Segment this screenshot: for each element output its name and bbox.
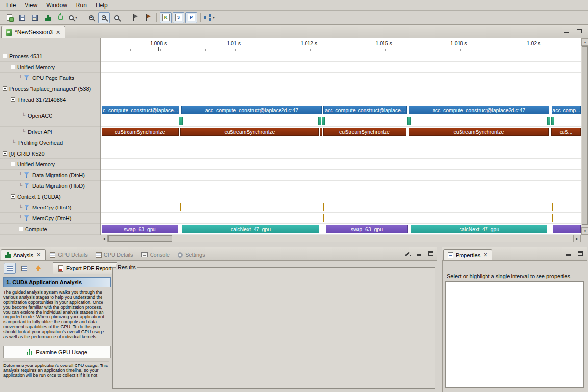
filter-icon[interactable]: [24, 215, 29, 221]
tree-row-data-migration-htod[interactable]: └Data Migration (HtoD): [0, 181, 100, 191]
timeline-canvas[interactable]: c_compute_construct@laplace...acc_comput…: [101, 51, 581, 235]
interval-cus[interactable]: cuS...: [551, 128, 581, 136]
tree-row-unified-memory-gpu[interactable]: Unified Memory: [0, 159, 100, 170]
interval-marker[interactable]: [322, 117, 325, 125]
collapse-icon[interactable]: [11, 65, 15, 69]
kernel-toggle-button[interactable]: K: [160, 12, 172, 23]
stream-toggle-button[interactable]: S: [173, 12, 184, 23]
horizontal-scroll-thumb[interactable]: [108, 235, 172, 242]
save-all-button[interactable]: [29, 12, 41, 23]
minimize-button[interactable]: [415, 250, 423, 257]
close-icon[interactable]: ✕: [483, 252, 488, 258]
interval-marker[interactable]: [551, 117, 554, 125]
export-pdf-button[interactable]: Export PDF Report: [53, 262, 117, 274]
collapse-icon[interactable]: [19, 227, 23, 231]
tree-row-data-migration-dtoh[interactable]: └Data Migration (DtoH): [0, 170, 100, 181]
maximize-button[interactable]: [427, 250, 435, 257]
interval-acc-compute-construct-laplace[interactable]: acc_compute_construct@laplace...: [323, 106, 406, 114]
interval-compute[interactable]: [553, 225, 581, 233]
interval-acc-compute-construct-laplace2d-c-47[interactable]: acc_compute_construct@laplace2d.c:47: [409, 106, 550, 114]
scroll-down-button[interactable]: ▼: [581, 227, 588, 235]
back-to-parent-button[interactable]: [32, 263, 44, 274]
scroll-right-button[interactable]: ▶: [573, 235, 581, 242]
tab-analysis[interactable]: Analysis ✕: [1, 249, 46, 260]
collapse-icon[interactable]: [11, 194, 15, 199]
interval-custreamsynchronize[interactable]: cuStreamSynchronize: [180, 128, 319, 136]
minimize-button[interactable]: [564, 250, 572, 257]
collapse-icon[interactable]: [3, 151, 7, 156]
scroll-left-button[interactable]: ◀: [101, 235, 108, 242]
process-toggle-button[interactable]: P: [185, 12, 197, 23]
interval-custreamsynchronize[interactable]: cuStreamSynchronize: [102, 128, 179, 136]
close-icon[interactable]: ✕: [36, 252, 41, 258]
reset-button[interactable]: [54, 12, 66, 23]
interval-driver-api[interactable]: [320, 128, 322, 136]
horizontal-scrollbar[interactable]: ◀ ▶: [101, 235, 581, 242]
close-icon[interactable]: ✕: [55, 29, 61, 36]
unguided-analysis-button[interactable]: [18, 263, 30, 274]
scroll-up-button[interactable]: ▲: [581, 38, 588, 46]
memcpy-interval[interactable]: [552, 214, 553, 222]
tree-row-compute[interactable]: Compute: [0, 224, 100, 235]
interval-marker[interactable]: [407, 117, 411, 125]
vertical-sash[interactable]: [437, 247, 442, 392]
timeline-ruler[interactable]: 1.008 s1.01 s1.012 s1.015 s1.018 s1.02 s: [101, 38, 581, 51]
session-tab[interactable]: *NewSession3 ✕: [1, 26, 65, 38]
examine-gpu-usage-button[interactable]: Examine GPU Usage: [3, 346, 111, 358]
tree-row-cpu-page-faults[interactable]: └CPU Page Faults: [0, 73, 100, 83]
menu-view[interactable]: View: [20, 0, 42, 10]
tree-row-memcpy-dtoh[interactable]: └MemCpy (DtoH): [0, 213, 100, 224]
tree-row-memcpy-htod[interactable]: └MemCpy (HtoD): [0, 202, 100, 213]
collapse-icon[interactable]: [3, 86, 7, 91]
interval-swap-63-gpu[interactable]: swap_63_gpu: [102, 225, 178, 233]
filter-icon[interactable]: [24, 172, 29, 178]
interval-calcnext-47-gpu[interactable]: calcNext_47_gpu: [182, 225, 319, 233]
tab-settings[interactable]: Settings: [174, 249, 209, 260]
interval-custreamsynchronize[interactable]: cuStreamSynchronize: [323, 128, 406, 136]
interval-acc-comp[interactable]: acc_comp...: [552, 106, 581, 114]
tree-row-unified-memory-host[interactable]: Unified Memory: [0, 62, 100, 73]
tab-cpu-details[interactable]: CPU Details: [92, 249, 137, 260]
interval-marker[interactable]: [179, 117, 183, 125]
memcpy-interval[interactable]: [323, 203, 324, 211]
interval-swap-63-gpu[interactable]: swap_63_gpu: [326, 225, 407, 233]
tree-row-grid-k520[interactable]: [0] GRID K520: [0, 148, 100, 159]
filter-icon[interactable]: [24, 183, 29, 188]
collapse-icon[interactable]: [11, 162, 15, 166]
interval-acc-compute-construct-laplace2d-c-47[interactable]: acc_compute_construct@laplace2d.c:47: [181, 106, 322, 114]
zoom-out-button[interactable]: −: [98, 12, 110, 23]
interval-marker[interactable]: [547, 117, 550, 125]
memcpy-interval[interactable]: [323, 214, 324, 222]
next-range-button[interactable]: [129, 12, 141, 23]
tree-row-driver-api[interactable]: └Driver API: [0, 127, 100, 137]
collapse-icon[interactable]: [3, 54, 7, 58]
interval-calcnext-47-gpu[interactable]: calcNext_47_gpu: [411, 225, 547, 233]
tab-console[interactable]: Console: [137, 249, 174, 260]
filter-icon[interactable]: [24, 205, 29, 210]
analysis-mode-button[interactable]: ▼: [204, 12, 216, 23]
minimize-button[interactable]: [562, 27, 570, 34]
vertical-scrollbar[interactable]: ▲ ▼: [581, 38, 588, 235]
menu-run[interactable]: Run: [72, 0, 91, 10]
new-session-button[interactable]: [3, 12, 15, 23]
tree-row-process-laplace-managed[interactable]: Process "laplace_managed" (538): [0, 83, 100, 94]
tab-gpu-details[interactable]: GPU Details: [46, 249, 92, 260]
zoom-in-button[interactable]: +: [85, 12, 97, 23]
vertical-scroll-thumb[interactable]: [582, 46, 588, 225]
interval-marker[interactable]: [318, 117, 321, 125]
maximize-button[interactable]: [576, 250, 584, 257]
guided-analysis-button[interactable]: [4, 263, 16, 274]
interval-custreamsynchronize[interactable]: cuStreamSynchronize: [409, 128, 549, 136]
zoom-fit-button[interactable]: =: [111, 12, 123, 23]
collapse-icon[interactable]: [11, 97, 15, 102]
maximize-button[interactable]: [575, 27, 583, 34]
save-session-button[interactable]: [16, 12, 28, 23]
tree-row-process-4531[interactable]: Process 4531: [0, 51, 100, 62]
zoom-tool-button[interactable]: ▼: [67, 12, 79, 23]
tree-row-context-1-cuda[interactable]: Context 1 (CUDA): [0, 191, 100, 202]
tree-row-openacc[interactable]: └OpenACC: [0, 105, 100, 127]
memcpy-interval[interactable]: [552, 203, 553, 211]
menu-window[interactable]: Window: [42, 0, 72, 10]
memcpy-interval[interactable]: [180, 203, 181, 211]
tree-row-profiling-overhead[interactable]: └Profiling Overhead: [0, 137, 100, 148]
